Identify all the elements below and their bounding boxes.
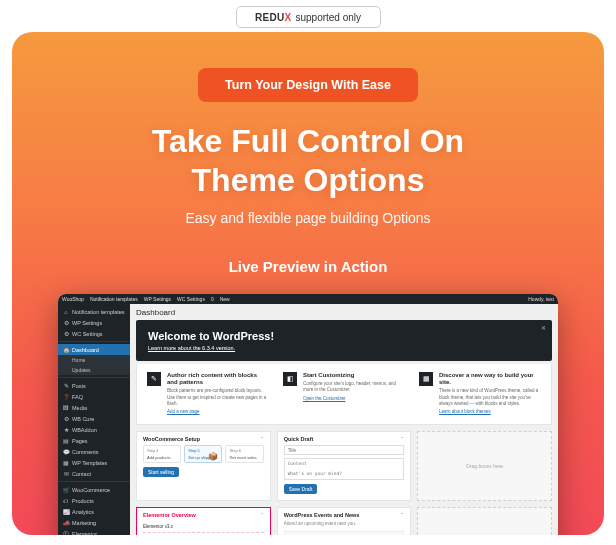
preview-caption: Live Preview in Action	[12, 258, 604, 275]
welcome-column: ◧Start CustomizingConfigure your site's …	[283, 372, 405, 414]
welcome-col-link[interactable]: Learn about block themes	[439, 409, 491, 414]
box-woo-setup: WooCommerce Setup˄ Step 4Add productsSte…	[136, 431, 271, 501]
sidebar-item-wbaddon[interactable]: ★WBAddon	[58, 424, 130, 435]
dashboard-grid: WooCommerce Setup˄ Step 4Add productsSte…	[136, 431, 552, 535]
menu-icon: 🏠	[63, 347, 69, 353]
welcome-col-title: Author rich content with blocks and patt…	[167, 372, 269, 386]
supported-pill: REDUX supported only	[236, 6, 381, 28]
sidebar-item-analytics[interactable]: 📈Analytics	[58, 506, 130, 517]
sidebar-subitem[interactable]: Home	[58, 355, 130, 365]
sidebar-item-label: Products	[72, 498, 94, 504]
hero-title-line1: Take Full Control On	[12, 122, 604, 161]
topbar-item[interactable]: WP Settings	[144, 296, 171, 302]
draft-content-input[interactable]	[284, 458, 405, 480]
sidebar-item-wc-settings[interactable]: ⚙WC Settings	[58, 328, 130, 339]
welcome-panel: ✕ Welcome to WordPress! Learn more about…	[136, 320, 552, 361]
draft-title-input[interactable]	[284, 445, 405, 455]
sidebar-item-woocommerce[interactable]: 🛒WooCommerce	[58, 484, 130, 495]
box-title: Quick Draft	[284, 436, 314, 442]
topbar-item[interactable]: Notification templates	[90, 296, 138, 302]
sidebar-separator	[58, 481, 130, 482]
topbar-user[interactable]: Howdy, test	[528, 296, 554, 302]
menu-icon: ▦	[63, 460, 69, 466]
sidebar-item-label: FAQ	[72, 394, 83, 400]
welcome-version-link[interactable]: Learn more about the 6.3.4 version.	[148, 345, 235, 351]
badge-button[interactable]: Turn Your Design With Ease	[198, 68, 418, 102]
setup-step[interactable]: Step 4Add products	[143, 445, 181, 463]
sidebar-item-comments[interactable]: 💬Comments	[58, 446, 130, 457]
sidebar-item-label: WBAddon	[72, 427, 97, 433]
sidebar-item-wb-core[interactable]: ⚙WB Core	[58, 413, 130, 424]
sidebar-item-media[interactable]: 🖼Media	[58, 402, 130, 413]
hero-title-line2: Theme Options	[12, 161, 604, 200]
menu-icon: ⚙	[63, 416, 69, 422]
sidebar-item-label: WC Settings	[72, 331, 103, 337]
sidebar-item-label: Comments	[72, 449, 99, 455]
sidebar-item-label: Pages	[72, 438, 88, 444]
sidebar-item-label: WP Templates	[72, 460, 107, 466]
chevron-up-icon[interactable]: ˄	[401, 436, 404, 442]
sidebar-item-elementor[interactable]: ⒺElementor	[58, 528, 130, 535]
welcome-col-icon: ▦	[419, 372, 433, 386]
sidebar-item-label: Elementor	[72, 531, 97, 535]
save-draft-button[interactable]: Save Draft	[284, 484, 318, 494]
topbar-item[interactable]: 0	[211, 296, 214, 302]
sidebar-separator	[58, 377, 130, 378]
step-label: Get more sales	[229, 455, 256, 460]
setup-step[interactable]: Step 5Set up shipping📦	[184, 445, 222, 463]
box-title: WooCommerce Setup	[143, 436, 200, 442]
sidebar-item-label: Dashboard	[72, 347, 99, 353]
menu-icon: ▤	[63, 438, 69, 444]
welcome-column: ▦Discover a new way to build your site.T…	[419, 372, 541, 414]
redux-x: X	[284, 12, 291, 23]
welcome-col-link[interactable]: Open the Customizer	[303, 396, 346, 401]
topbar-item[interactable]: WC Settings	[177, 296, 205, 302]
box-quick-draft: Quick Draft˄ Save Draft	[277, 431, 412, 501]
sidebar-item-pages[interactable]: ▤Pages	[58, 435, 130, 446]
sidebar-item-contact[interactable]: ✉Contact	[58, 468, 130, 479]
chevron-up-icon[interactable]: ˄	[401, 512, 404, 518]
redux-logo: REDUX	[255, 12, 292, 23]
welcome-col-icon: ◧	[283, 372, 297, 386]
menu-icon: 💬	[63, 449, 69, 455]
menu-icon: 🏷	[63, 498, 69, 504]
hero-card: Turn Your Design With Ease Take Full Con…	[12, 32, 604, 535]
hero-title: Take Full Control On Theme Options	[12, 122, 604, 200]
sidebar-item-marketing[interactable]: 📣Marketing	[58, 517, 130, 528]
chevron-up-icon[interactable]: ˄	[261, 512, 264, 518]
topbar-item[interactable]: New	[220, 296, 230, 302]
drop-zone-2[interactable]: Drag boxes here	[417, 507, 552, 535]
chevron-up-icon[interactable]: ˄	[261, 436, 264, 442]
sidebar-item-notification-templates[interactable]: ⌂Notification templates	[58, 306, 130, 317]
wp-frame: WooShopNotification templatesWP Settings…	[58, 294, 558, 535]
sidebar-item-posts[interactable]: ✎Posts	[58, 380, 130, 391]
topbar-item[interactable]: WooShop	[62, 296, 84, 302]
sidebar-item-wp-settings[interactable]: ⚙WP Settings	[58, 317, 130, 328]
hero-subtitle: Easy and flexible page building Options	[12, 210, 604, 226]
sidebar-item-dashboard[interactable]: 🏠Dashboard	[58, 344, 130, 355]
start-selling-button[interactable]: Start selling	[143, 467, 179, 477]
setup-steps: Step 4Add productsStep 5Set up shipping📦…	[143, 445, 264, 463]
menu-icon: Ⓔ	[63, 531, 69, 536]
elementor-row: Elementor v3.x	[143, 521, 264, 532]
drop-zone-1[interactable]: Drag boxes here	[417, 431, 552, 501]
welcome-col-desc: Block patterns are pre-configured block …	[167, 388, 269, 407]
sidebar-item-wp-templates[interactable]: ▦WP Templates	[58, 457, 130, 468]
sidebar-item-label: Posts	[72, 383, 86, 389]
sidebar-item-faq[interactable]: ❓FAQ	[58, 391, 130, 402]
close-icon[interactable]: ✕	[541, 324, 546, 331]
sidebar-item-products[interactable]: 🏷Products	[58, 495, 130, 506]
menu-icon: ⌂	[63, 309, 69, 315]
step-number: Step 4	[147, 448, 159, 453]
welcome-columns: ✎Author rich content with blocks and pat…	[136, 364, 552, 425]
menu-icon: ✉	[63, 471, 69, 477]
menu-icon: ⚙	[63, 331, 69, 337]
sidebar-item-label: Marketing	[72, 520, 96, 526]
shipping-icon: 📦	[208, 452, 218, 461]
menu-icon: 📣	[63, 520, 69, 526]
sidebar-subitem[interactable]: Updates	[58, 365, 130, 375]
sidebar-item-label: Analytics	[72, 509, 94, 515]
step-number: Step 6	[229, 448, 241, 453]
setup-step[interactable]: Step 6Get more sales	[225, 445, 263, 463]
welcome-col-link[interactable]: Add a new page	[167, 409, 200, 414]
